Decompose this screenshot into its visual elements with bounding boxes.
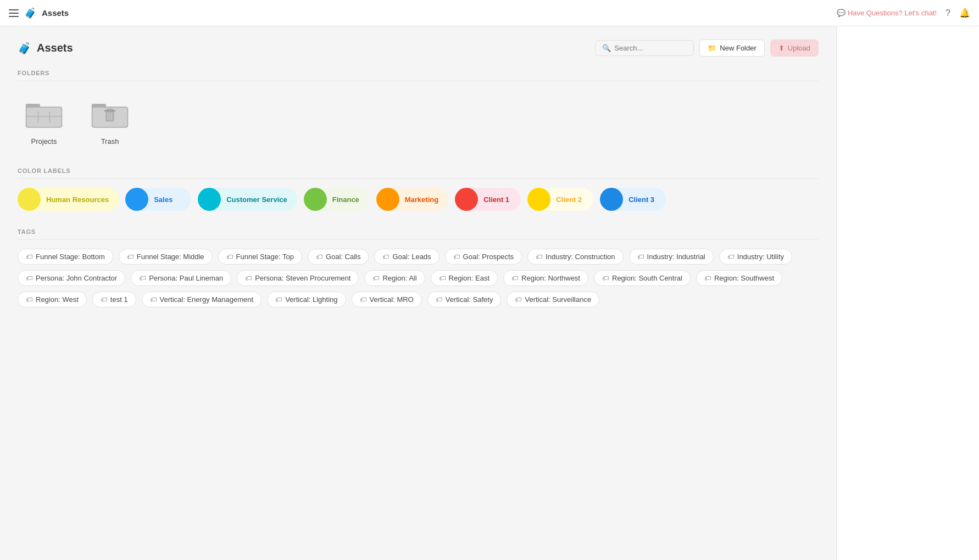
tag-item[interactable]: 🏷Funnel Stage: Top — [218, 249, 302, 265]
folder-item-projects[interactable]: Projects — [18, 90, 70, 150]
tag-label: Region: All — [382, 274, 416, 282]
color-label-client2[interactable]: Client 2 — [527, 188, 593, 211]
tag-item[interactable]: 🏷Vertical: Surveillance — [507, 292, 599, 307]
tag-item[interactable]: 🏷Persona: Steven Procurement — [237, 270, 359, 286]
tag-item[interactable]: 🏷Vertical: Energy Management — [142, 292, 262, 307]
tag-label: Industry: Utility — [737, 253, 784, 261]
notification-icon[interactable]: 🔔 — [959, 8, 970, 18]
tags-grid: 🏷Funnel Stage: Bottom🏷Funnel Stage: Midd… — [18, 249, 819, 307]
chat-icon: 💬 — [837, 9, 846, 17]
color-label-text-client3: Client 3 — [623, 195, 654, 204]
tag-icon: 🏷 — [453, 253, 460, 261]
new-folder-icon: 📁 — [708, 44, 716, 52]
folders-grid: Projects — [18, 90, 819, 150]
tag-icon: 🏷 — [226, 253, 233, 261]
tag-label: Vertical: MRO — [370, 295, 414, 304]
tag-item[interactable]: 🏷Funnel Stage: Bottom — [18, 249, 113, 265]
color-label-sales[interactable]: Sales — [125, 188, 191, 211]
tag-label: Funnel Stage: Middle — [137, 253, 204, 261]
hamburger-menu[interactable] — [9, 9, 19, 17]
tag-item[interactable]: 🏷Goal: Prospects — [445, 249, 522, 265]
tag-item[interactable]: 🏷Industry: Industrial — [629, 249, 714, 265]
tag-item[interactable]: 🏷Region: East — [431, 270, 498, 286]
tag-item[interactable]: 🏷Goal: Calls — [308, 249, 369, 265]
tag-label: Vertical: Energy Management — [160, 295, 254, 304]
tag-label: Region: South Central — [612, 274, 682, 282]
tag-label: Industry: Industrial — [647, 253, 705, 261]
color-label-text-client2: Client 2 — [550, 195, 582, 204]
tag-item[interactable]: 🏷Region: All — [364, 270, 425, 286]
trash-folder-icon-wrapper — [88, 94, 132, 133]
search-box[interactable]: 🔍 — [595, 40, 694, 56]
color-dot-finance — [304, 188, 327, 211]
color-dot-sales — [125, 188, 148, 211]
tag-item[interactable]: 🏷Industry: Utility — [719, 249, 792, 265]
tag-item[interactable]: 🏷Industry: Construction — [527, 249, 623, 265]
color-labels-section: COLOR LABELS Human ResourcesSalesCustome… — [18, 167, 819, 211]
tag-item[interactable]: 🏷Vertical: Safety — [427, 292, 502, 307]
tag-item[interactable]: 🏷test 1 — [92, 292, 136, 307]
color-dot-client1 — [455, 188, 478, 211]
color-label-marketing[interactable]: Marketing — [376, 188, 448, 211]
tag-item[interactable]: 🏷Region: Southwest — [696, 270, 782, 286]
tag-label: Region: West — [36, 295, 79, 304]
tag-icon: 🏷 — [439, 275, 446, 282]
page-title-icon: 🧳 — [18, 42, 31, 55]
tag-label: Vertical: Surveillance — [525, 295, 591, 304]
search-input[interactable] — [614, 44, 687, 52]
tag-item[interactable]: 🏷Vertical: Lighting — [267, 292, 346, 307]
tag-item[interactable]: 🏷Persona: Paul Lineman — [131, 270, 231, 286]
tag-label: Persona: John Contractor — [36, 274, 117, 282]
folder-item-trash[interactable]: Trash — [84, 90, 136, 150]
tag-item[interactable]: 🏷Region: Northwest — [503, 270, 588, 286]
help-icon[interactable]: ? — [945, 8, 950, 18]
color-label-client1[interactable]: Client 1 — [455, 188, 521, 211]
page-header: 🧳 Assets 🔍 📁 New Folder ⬆ Upload — [18, 40, 819, 57]
tag-icon: 🏷 — [139, 275, 146, 282]
tag-icon: 🏷 — [382, 253, 389, 261]
tag-item[interactable]: 🏷Persona: John Contractor — [18, 270, 125, 286]
projects-folder-label: Projects — [31, 137, 57, 145]
color-label-finance[interactable]: Finance — [304, 188, 370, 211]
color-label-client3[interactable]: Client 3 — [600, 188, 666, 211]
tag-icon: 🏷 — [704, 275, 711, 282]
trash-folder-svg — [91, 97, 129, 130]
tag-label: Funnel Stage: Top — [236, 253, 294, 261]
tag-label: Goal: Calls — [326, 253, 361, 261]
tag-item[interactable]: 🏷Vertical: MRO — [352, 292, 422, 307]
new-folder-button[interactable]: 📁 New Folder — [699, 40, 764, 57]
color-dot-human-resources — [18, 188, 41, 211]
tag-icon: 🏷 — [602, 275, 609, 282]
folders-section: FOLDERS Pro — [18, 70, 819, 150]
color-label-text-client1: Client 1 — [478, 195, 509, 204]
tags-section: TAGS 🏷Funnel Stage: Bottom🏷Funnel Stage:… — [18, 228, 819, 307]
color-dot-client3 — [600, 188, 623, 211]
tag-icon: 🏷 — [26, 253, 32, 261]
tag-item[interactable]: 🏷Goal: Leads — [374, 249, 439, 265]
tag-item[interactable]: 🏷Funnel Stage: Middle — [119, 249, 213, 265]
color-label-text-sales: Sales — [148, 195, 173, 204]
tag-icon: 🏷 — [101, 296, 107, 304]
folders-section-label: FOLDERS — [18, 70, 819, 81]
main-wrapper: 🧳 Assets 🔍 📁 New Folder ⬆ Upload — [0, 26, 979, 560]
svg-rect-11 — [107, 109, 113, 111]
color-labels-section-label: COLOR LABELS — [18, 167, 819, 179]
chat-button[interactable]: 💬 Have Questions? Let's chat! — [837, 9, 937, 17]
tag-icon: 🏷 — [316, 253, 322, 261]
tag-icon: 🏷 — [511, 275, 518, 282]
tag-label: Persona: Paul Lineman — [149, 274, 223, 282]
tag-item[interactable]: 🏷Region: West — [18, 292, 87, 307]
new-folder-label: New Folder — [720, 44, 756, 52]
projects-folder-icon-wrapper — [22, 94, 66, 133]
svg-rect-2 — [27, 108, 62, 127]
color-labels-row: Human ResourcesSalesCustomer ServiceFina… — [18, 188, 819, 211]
color-dot-client2 — [527, 188, 550, 211]
tag-label: test 1 — [110, 295, 128, 304]
tag-label: Vertical: Safety — [446, 295, 493, 304]
trash-folder-label: Trash — [101, 137, 119, 145]
color-label-human-resources[interactable]: Human Resources — [18, 188, 119, 211]
upload-button[interactable]: ⬆ Upload — [770, 40, 819, 57]
tag-item[interactable]: 🏷Region: South Central — [594, 270, 691, 286]
color-label-customer-service[interactable]: Customer Service — [198, 188, 297, 211]
right-panel — [836, 26, 979, 560]
